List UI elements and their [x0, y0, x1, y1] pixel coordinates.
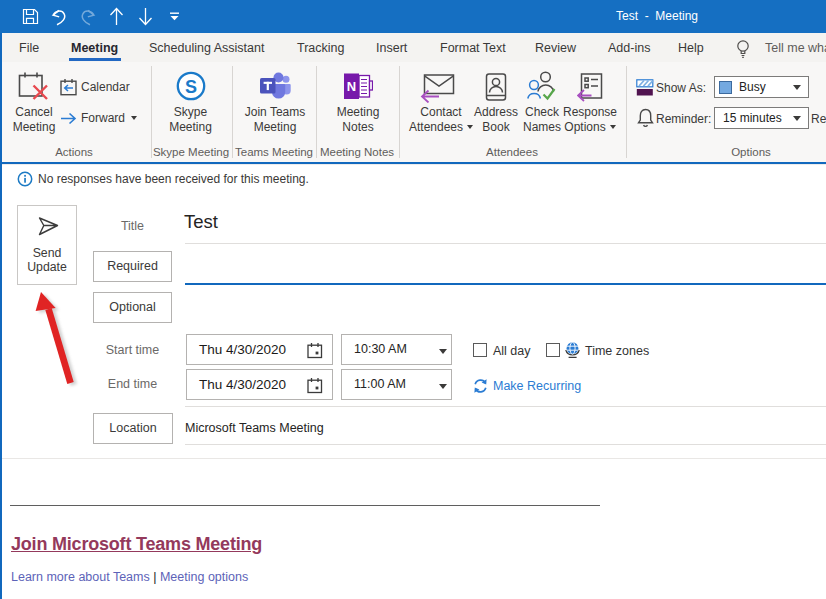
svg-text:S: S — [185, 77, 197, 97]
svg-text:N: N — [347, 79, 356, 94]
